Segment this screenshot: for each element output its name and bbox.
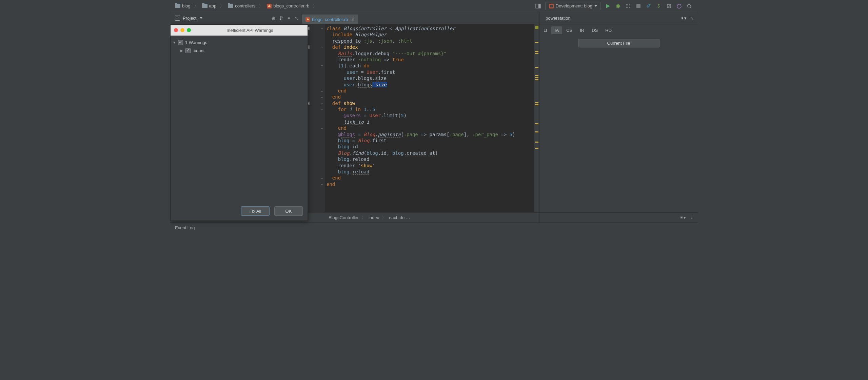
folder-icon <box>175 4 180 8</box>
chevron-right-icon: 〉 <box>258 3 264 9</box>
tab-cs[interactable]: CS <box>563 26 576 34</box>
folder-icon <box>202 4 208 8</box>
tab-ia[interactable]: IA <box>551 26 562 34</box>
expand-toggle-icon[interactable]: ▼ <box>173 41 176 44</box>
warnings-root-checkbox[interactable] <box>178 40 183 45</box>
fold-icon[interactable]: ▾ <box>321 106 323 112</box>
status-bar: Event Log <box>170 223 698 233</box>
current-file-button[interactable]: Current File <box>578 39 659 47</box>
warnings-child-checkbox[interactable] <box>185 48 191 53</box>
breadcrumb-app[interactable]: app <box>201 3 218 9</box>
hide-icon[interactable]: ⤡ <box>295 15 299 21</box>
chevron-down-icon <box>594 5 597 7</box>
project-toolbar-icons: ⊕ ⇵ ✴ ⤡ <box>271 15 302 21</box>
fold-icon[interactable]: ▾ <box>321 44 323 50</box>
project-icon <box>175 16 180 21</box>
svg-rect-7 <box>629 7 630 8</box>
attach-button[interactable] <box>646 3 652 9</box>
dialog-title: Inefficient API Warnings <box>196 28 304 33</box>
breadcrumb-file[interactable]: blogs_controller.rb <box>265 3 311 9</box>
svg-line-12 <box>690 7 692 8</box>
vcs-commit-icon[interactable] <box>666 3 672 9</box>
code-area[interactable]: ▾ ▾ ▾ ▴ ▴ ▾ ▾ ▴ ▴ ▴ class BlogsControlle… <box>302 24 539 212</box>
gear-icon[interactable]: ✴ <box>287 15 291 21</box>
warnings-child-row[interactable]: ▶ .count <box>173 46 304 55</box>
fold-icon[interactable]: ▾ <box>321 25 323 31</box>
gear-icon[interactable]: ✴▾ <box>680 16 687 21</box>
toolbar-right: Development: blog <box>535 2 696 10</box>
debug-button[interactable] <box>615 3 621 9</box>
chevron-down-icon[interactable] <box>200 17 202 19</box>
fold-icon[interactable]: ▴ <box>321 125 323 131</box>
warnings-root-row[interactable]: ▼ 1 Warnings <box>173 38 304 46</box>
breadcrumb-label: blogs_controller.rb <box>273 3 309 8</box>
search-icon[interactable] <box>686 3 692 9</box>
editor-breadcrumb-item[interactable]: BlogsController <box>329 215 359 220</box>
dialog-buttons: Fix All OK <box>171 203 308 220</box>
breadcrumbs: blog 〉 app 〉 controllers 〉 blogs_control… <box>172 3 318 9</box>
undo-icon[interactable] <box>676 3 682 9</box>
run-configuration-selector[interactable]: Development: blog <box>545 2 601 10</box>
tab-rd[interactable]: RD <box>602 26 615 34</box>
breadcrumb-label: controllers <box>235 3 255 8</box>
editor-breadcrumb-item[interactable]: each do … <box>389 215 410 220</box>
powerstation-tabs: LI IA CS IR DS RD <box>539 24 698 34</box>
project-tool-window: Inefficient API Warnings ▼ 1 Warnings ▶ … <box>170 24 302 223</box>
locate-icon[interactable]: ⊕ <box>271 15 276 21</box>
svg-rect-5 <box>629 4 630 5</box>
warnings-root-label: 1 Warnings <box>185 40 207 45</box>
code-text[interactable]: class BlogsController < ApplicationContr… <box>324 24 534 212</box>
powerstation-panel: LI IA CS IR DS RD Current File ✴▾ ⤓ <box>539 24 698 223</box>
chevron-right-icon: 〉 <box>361 215 366 221</box>
editor-tabs: blogs_controller.rb ✕ <box>302 12 539 24</box>
project-tool-header: Project ⊕ ⇵ ✴ ⤡ <box>170 12 302 24</box>
close-icon[interactable]: ✕ <box>351 17 355 22</box>
minimize-window-icon[interactable] <box>180 28 184 32</box>
breadcrumb-blog[interactable]: blog <box>174 3 192 9</box>
svg-rect-6 <box>626 7 628 8</box>
ok-button[interactable]: OK <box>274 206 303 216</box>
vcs-update-icon[interactable] <box>656 3 662 9</box>
window-controls <box>174 28 191 32</box>
layout-toggle-icon[interactable] <box>535 3 541 9</box>
fold-icon[interactable]: ▾ <box>321 63 323 69</box>
breadcrumb-label: blog <box>182 3 191 8</box>
coverage-button[interactable] <box>625 3 631 9</box>
fold-icon[interactable]: ▾ <box>321 100 323 106</box>
event-log-link[interactable]: Event Log <box>175 225 195 230</box>
breadcrumb-controllers[interactable]: controllers <box>226 3 257 9</box>
download-icon[interactable]: ⤓ <box>690 215 694 220</box>
tab-ds[interactable]: DS <box>588 26 601 34</box>
fold-icon[interactable]: ▴ <box>321 88 323 94</box>
right-panel-title: powerstation <box>544 16 571 21</box>
fix-all-button[interactable]: Fix All <box>241 206 270 216</box>
close-window-icon[interactable] <box>174 28 178 32</box>
fold-icon[interactable]: ▴ <box>321 181 323 187</box>
run-config-label: Development: blog <box>556 3 592 8</box>
tab-li[interactable]: LI <box>540 26 551 34</box>
editor-tab-blogs-controller[interactable]: blogs_controller.rb ✕ <box>302 15 358 24</box>
collapse-icon[interactable]: ⇵ <box>279 15 283 21</box>
svg-rect-1 <box>538 4 540 8</box>
editor-breadcrumbs: BlogsController 〉 index 〉 each do … <box>302 212 539 223</box>
gear-icon[interactable]: ✴▾ <box>680 215 686 220</box>
ruby-file-icon <box>305 17 310 22</box>
tab-ir[interactable]: IR <box>576 26 588 34</box>
hide-panel-icon[interactable]: ⤡ <box>690 16 694 21</box>
editor-marker-bar[interactable] <box>534 24 539 212</box>
svg-rect-4 <box>626 4 628 5</box>
main-area: Inefficient API Warnings ▼ 1 Warnings ▶ … <box>170 24 698 223</box>
stop-button[interactable] <box>635 3 642 9</box>
svg-point-3 <box>616 4 620 8</box>
dialog-titlebar[interactable]: Inefficient API Warnings <box>171 25 308 36</box>
run-button[interactable] <box>605 3 611 9</box>
editor-breadcrumb-item[interactable]: index <box>369 215 379 220</box>
fold-icon[interactable]: ▴ <box>321 94 323 100</box>
top-toolbar: blog 〉 app 〉 controllers 〉 blogs_control… <box>170 0 698 12</box>
fold-icon[interactable]: ▴ <box>321 175 323 181</box>
chevron-right-icon: 〉 <box>312 3 318 9</box>
maximize-window-icon[interactable] <box>187 28 191 32</box>
expand-toggle-icon[interactable]: ▶ <box>180 49 183 52</box>
svg-marker-10 <box>680 4 681 6</box>
warnings-tree: ▼ 1 Warnings ▶ .count <box>171 36 308 57</box>
